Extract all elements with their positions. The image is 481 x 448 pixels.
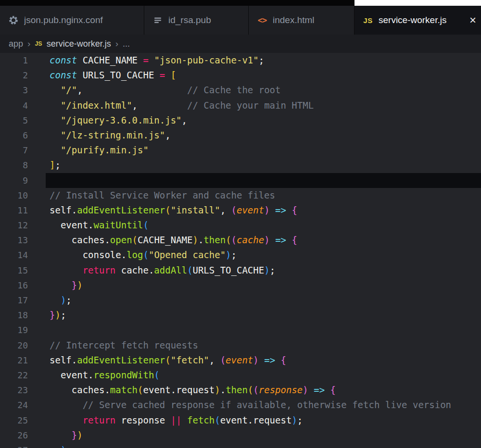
tab-label: index.html [273,15,315,25]
line-number[interactable]: 25 [0,413,28,428]
code-text: "/index.html", // Cache your main HTML [46,98,481,113]
code-line[interactable]: 16 }) [0,278,481,293]
code-text: const CACHE_NAME = "json-pub-cache-v1"; [46,53,481,68]
tab-service-worker-js[interactable]: JS service-worker.js × [354,6,481,35]
code-line[interactable]: 21self.addEventListener("fetch", (event)… [0,353,481,368]
line-number[interactable]: 26 [0,428,28,443]
code-text [46,173,481,188]
breadcrumb-item-app[interactable]: app [9,39,23,49]
tab-index-html[interactable]: <> index.html [249,6,354,35]
line-number[interactable]: 6 [0,128,28,143]
code-text: }); [46,308,481,323]
code-text: return cache.addAll(URLS_TO_CACHE); [46,263,481,278]
code-line[interactable]: 26 }) [0,428,481,443]
line-number[interactable]: 16 [0,278,28,293]
code-text: const URLS_TO_CACHE = [ [46,68,481,83]
close-icon[interactable]: × [468,14,477,26]
code-text: // Install Service Worker and cache file… [46,188,481,203]
file-lines-icon [153,15,163,25]
code-line[interactable]: 3 "/", // Cache the root [0,83,481,98]
code-line[interactable]: 2const URLS_TO_CACHE = [ [0,68,481,83]
code-text: ); [46,443,481,448]
code-text: event.respondWith( [46,368,481,383]
code-line[interactable]: 23 caches.match(event.request).then((res… [0,383,481,398]
tab-bar: json.pub.nginx.conf id_rsa.pub <> index.… [0,6,481,35]
code-line[interactable]: 14 console.log("Opened cache"); [0,248,481,262]
line-number[interactable]: 8 [0,158,28,173]
line-number[interactable]: 21 [0,353,28,368]
js-icon: JS [35,40,42,47]
breadcrumb-ellipsis[interactable]: ... [123,39,130,49]
line-number[interactable]: 15 [0,263,28,278]
code-line[interactable]: 25 return response || fetch(event.reques… [0,413,481,428]
chevron-right-icon: › [115,38,118,49]
line-number[interactable]: 10 [0,188,28,203]
code-editor[interactable]: 1const CACHE_NAME = "json-pub-cache-v1";… [0,53,481,448]
code-line[interactable]: 22 event.respondWith( [0,368,481,383]
code-line[interactable]: 24 // Serve cached response if available… [0,398,481,412]
gear-icon [9,15,18,25]
code-text: return response || fetch(event.request); [46,413,481,428]
line-number[interactable]: 12 [0,218,28,233]
line-number[interactable]: 9 [0,173,28,188]
tab-label: service-worker.js [379,15,446,25]
code-line[interactable]: 19 [0,323,481,337]
line-number[interactable]: 20 [0,338,28,353]
js-icon: JS [363,15,373,25]
line-number[interactable]: 14 [0,248,28,262]
breadcrumb-item-file[interactable]: service-worker.js [47,39,111,49]
code-line[interactable]: 13 caches.open(CACHE_NAME).then((cache) … [0,233,481,248]
top-accent-bar [0,0,481,6]
line-number[interactable]: 11 [0,203,28,218]
code-text: ); [46,293,481,308]
html-icon: <> [257,15,267,25]
line-number[interactable]: 5 [0,113,28,128]
line-number[interactable]: 2 [0,68,28,83]
chevron-right-icon: › [27,38,30,49]
line-number[interactable]: 18 [0,308,28,323]
code-line[interactable]: 12 event.waitUntil( [0,218,481,233]
code-text: // Serve cached response if available, o… [46,398,481,412]
line-number[interactable]: 24 [0,398,28,412]
tab-label: json.pub.nginx.conf [24,15,103,25]
line-number[interactable]: 4 [0,98,28,113]
line-number[interactable]: 1 [0,53,28,68]
tab-json-pub-nginx-conf[interactable]: json.pub.nginx.conf [0,6,144,35]
active-tab-accent [354,0,481,6]
line-number[interactable]: 23 [0,383,28,398]
code-text: "/", // Cache the root [46,83,481,98]
code-text: // Intercept fetch requests [46,338,481,353]
code-line[interactable]: 10// Install Service Worker and cache fi… [0,188,481,203]
code-line[interactable]: 1const CACHE_NAME = "json-pub-cache-v1"; [0,53,481,68]
code-line[interactable]: 6 "/lz-string.min.js", [0,128,481,143]
line-number[interactable]: 17 [0,293,28,308]
tab-id-rsa-pub[interactable]: id_rsa.pub [144,6,249,35]
line-number[interactable]: 13 [0,233,28,248]
code-text: event.waitUntil( [46,218,481,233]
line-number[interactable]: 27 [0,443,28,448]
code-line[interactable]: 8]; [0,158,481,173]
code-line[interactable]: 4 "/index.html", // Cache your main HTML [0,98,481,113]
code-line[interactable]: 27 ); [0,443,481,448]
code-lines: 1const CACHE_NAME = "json-pub-cache-v1";… [0,53,481,448]
line-number[interactable]: 3 [0,83,28,98]
code-text: self.addEventListener("install", (event)… [46,203,481,218]
code-line[interactable]: 9 [0,173,481,188]
code-text: console.log("Opened cache"); [46,248,481,262]
code-text: "/jquery-3.6.0.min.js", [46,113,481,128]
line-number[interactable]: 7 [0,143,28,158]
code-line[interactable]: 5 "/jquery-3.6.0.min.js", [0,113,481,128]
code-line[interactable]: 17 ); [0,293,481,308]
code-line[interactable]: 7 "/purify.min.js" [0,143,481,158]
code-line[interactable]: 20// Intercept fetch requests [0,338,481,353]
breadcrumb-bar: app › JS service-worker.js › ... [0,35,481,53]
code-line[interactable]: 15 return cache.addAll(URLS_TO_CACHE); [0,263,481,278]
line-number[interactable]: 19 [0,323,28,337]
code-line[interactable]: 18}); [0,308,481,323]
code-line[interactable]: 11self.addEventListener("install", (even… [0,203,481,218]
code-text: "/purify.min.js" [46,143,481,158]
line-number[interactable]: 22 [0,368,28,383]
code-text: caches.match(event.request).then((respon… [46,383,481,398]
code-text [46,323,481,337]
code-text: "/lz-string.min.js", [46,128,481,143]
